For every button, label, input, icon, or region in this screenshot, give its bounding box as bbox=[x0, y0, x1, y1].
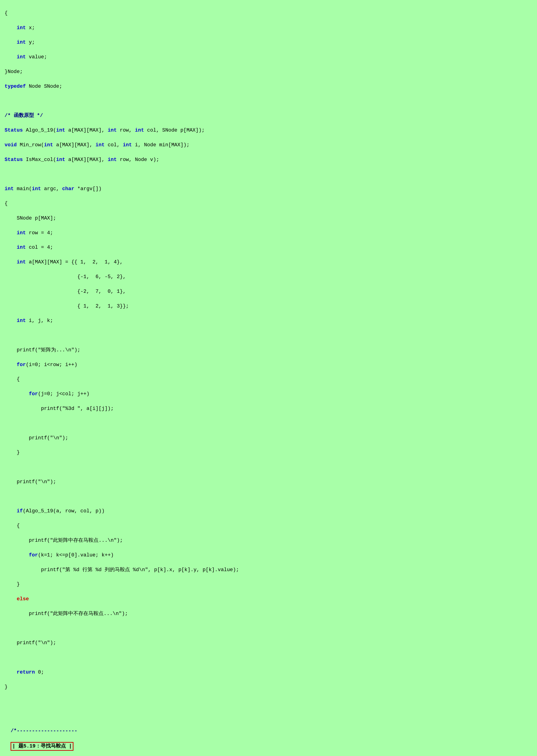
keyword-int: int bbox=[135, 127, 144, 133]
code-line: { bbox=[5, 200, 532, 207]
code-line: Status Algo_5_19(int a[MAX][MAX], int ro… bbox=[5, 127, 532, 134]
code-line bbox=[5, 698, 532, 705]
keyword-int: int bbox=[17, 318, 26, 323]
code-line: } bbox=[5, 684, 532, 691]
keyword-for: for bbox=[17, 362, 26, 368]
keyword-int: int bbox=[17, 25, 26, 31]
code-line: int i, j, k; bbox=[5, 317, 532, 324]
code-line: int y; bbox=[5, 39, 532, 46]
code-line: { bbox=[5, 376, 532, 383]
comment-section-end: --------------------*/ bbox=[5, 751, 532, 756]
keyword-else: else bbox=[17, 596, 29, 602]
code-line: printf("\n"); bbox=[5, 478, 532, 486]
code-line: Status IsMax_col(int a[MAX][MAX], int ro… bbox=[5, 156, 532, 163]
keyword-int: int bbox=[56, 157, 65, 163]
code-line bbox=[5, 493, 532, 500]
highlight-box-label: | 题5.19：寻找马鞍点 | bbox=[11, 742, 73, 751]
code-line: void Min_row(int a[MAX][MAX], int col, i… bbox=[5, 142, 532, 149]
keyword-int: int bbox=[17, 39, 26, 45]
code-line bbox=[5, 464, 532, 471]
keyword-int: int bbox=[17, 245, 26, 250]
code-line: int row = 4; bbox=[5, 230, 532, 237]
code-line bbox=[5, 171, 532, 178]
code-line: int value; bbox=[5, 54, 532, 61]
code-line: { bbox=[5, 10, 532, 17]
code-line: printf("\n"); bbox=[5, 435, 532, 442]
keyword-int: int bbox=[108, 127, 117, 133]
keyword-for: for bbox=[29, 391, 38, 397]
code-line: printf("矩阵为...\n"); bbox=[5, 347, 532, 354]
keyword-typedef: typedef bbox=[5, 84, 26, 89]
code-line bbox=[5, 654, 532, 661]
code-line: printf("%3d ", a[i][j]); bbox=[5, 405, 532, 412]
code-line bbox=[5, 332, 532, 339]
comment-highlighted-line: | 题5.19：寻找马鞍点 | bbox=[5, 735, 73, 751]
code-line: return 0; bbox=[5, 669, 532, 676]
keyword-int: int bbox=[108, 157, 117, 163]
keyword-int: int bbox=[5, 186, 14, 192]
code-line: else bbox=[5, 596, 532, 603]
code-line: int main(int argc, char *argv[]) bbox=[5, 185, 532, 193]
code-line: if(Algo_5_19(a, row, col, p)) bbox=[5, 508, 532, 515]
comment-section-start: /*-------------------- bbox=[5, 720, 77, 735]
code-line: for(k=1; k<=p[0].value; k++) bbox=[5, 552, 532, 559]
keyword-return: return bbox=[17, 669, 35, 675]
code-line: { bbox=[5, 522, 532, 529]
keyword-int: int bbox=[123, 142, 132, 148]
keyword-status: Status bbox=[5, 127, 23, 133]
comment-border-top: /*-------------------- bbox=[11, 728, 77, 734]
code-line: }Node; bbox=[5, 68, 532, 75]
code-line bbox=[5, 625, 532, 632]
keyword-int: int bbox=[56, 127, 65, 133]
keyword-if: if bbox=[17, 508, 23, 514]
code-line: printf("\n"); bbox=[5, 639, 532, 647]
code-line: int col = 4; bbox=[5, 244, 532, 251]
code-line: /* 函数原型 */ bbox=[5, 112, 532, 119]
code-line bbox=[5, 420, 532, 427]
code-line: {-2, 7, 0, 1}, bbox=[5, 288, 532, 295]
comment-func-prototype: /* 函数原型 */ bbox=[5, 113, 43, 118]
code-line: int a[MAX][MAX] = {{ 1, 2, 1, 4}, bbox=[5, 259, 532, 266]
code-line: SNode p[MAX]; bbox=[5, 215, 532, 222]
keyword-status: Status bbox=[5, 157, 23, 163]
keyword-int: int bbox=[17, 230, 26, 236]
code-line: printf("此矩阵中存在马鞍点...\n"); bbox=[5, 537, 532, 544]
keyword-int: int bbox=[96, 142, 105, 148]
code-line bbox=[5, 98, 532, 105]
code-line: } bbox=[5, 581, 532, 588]
code-line: int x; bbox=[5, 24, 532, 32]
code-line: } bbox=[5, 449, 532, 456]
code-editor: { int x; int y; int value; }Node; typede… bbox=[5, 2, 532, 756]
keyword-int: int bbox=[44, 142, 53, 148]
keyword-void: void bbox=[5, 142, 17, 148]
keyword-int: int bbox=[17, 259, 26, 265]
code-line: for(j=0; j<col; j++) bbox=[5, 390, 532, 398]
code-line: typedef Node SNode; bbox=[5, 83, 532, 90]
keyword-for: for bbox=[29, 552, 38, 558]
code-line: printf("第 %d 行第 %d 列的马鞍点 %d\n", p[k].x, … bbox=[5, 566, 532, 574]
keyword-int: int bbox=[32, 186, 41, 192]
code-line: { 1, 2, 1, 3}}; bbox=[5, 303, 532, 310]
code-line: {-1, 6, -5, 2}, bbox=[5, 273, 532, 281]
keyword-int: int bbox=[17, 54, 26, 60]
code-line: for(i=0; i<row; i++) bbox=[5, 361, 532, 369]
keyword-char: char bbox=[62, 186, 74, 192]
code-line: printf("此矩阵中不存在马鞍点...\n"); bbox=[5, 610, 532, 617]
